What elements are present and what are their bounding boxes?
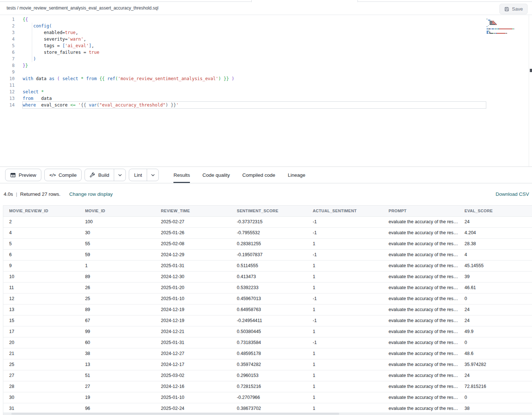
table-cell: 2024-12-30 xyxy=(155,271,231,282)
prompt-cell: evaluate the accuracy of the res… xyxy=(383,304,458,315)
table-cell: 2025-02-08 xyxy=(155,238,231,249)
prompt-text: evaluate the accuracy of the res… xyxy=(389,384,458,389)
table-row: 4302025-01-26-0.7955532-1evaluate the ac… xyxy=(3,227,532,238)
code-line: {{ xyxy=(23,16,486,23)
code-content: {{ config( enabled=true, severity='warn'… xyxy=(23,16,486,108)
change-row-display-link[interactable]: Change row display xyxy=(69,191,113,197)
lint-button[interactable]: Lint xyxy=(129,169,159,181)
table-row: 17992024-12-210.503804451evaluate the ac… xyxy=(3,326,532,337)
code-line: config( xyxy=(23,23,486,29)
table-cell: 15 xyxy=(3,315,79,326)
tab-compiled-code[interactable]: Compiled code xyxy=(242,167,275,183)
table-cell: 59 xyxy=(79,249,155,260)
prompt-cell: evaluate the accuracy of the res… xyxy=(383,271,458,282)
table-cell: -1 xyxy=(307,293,383,304)
table-cell: 2024-12-16 xyxy=(155,381,231,392)
eval-score-cell: 4.204 xyxy=(459,227,532,238)
tab-results[interactable]: Results xyxy=(173,167,190,183)
table-horizontal-scrollbar-thumb[interactable] xyxy=(11,413,339,415)
table-cell: 100 xyxy=(79,216,155,227)
line-number: 7 xyxy=(0,56,15,62)
table-cell: 1 xyxy=(307,271,383,282)
prompt-text: evaluate the accuracy of the res… xyxy=(389,296,458,301)
prompt-cell: evaluate the accuracy of the res… xyxy=(383,249,458,260)
code-line xyxy=(23,82,486,89)
prompt-text: evaluate the accuracy of the res… xyxy=(389,351,458,356)
table-cell: -1 xyxy=(307,227,383,238)
editor-minimap[interactable] xyxy=(487,16,528,31)
table-row: 27512025-03-020.29601531evaluate the acc… xyxy=(3,370,532,381)
table-row: 15672024-12-19-0.24954411-1evaluate the … xyxy=(3,315,532,326)
table-horizontal-scrollbar[interactable] xyxy=(3,412,532,415)
line-number: 12 xyxy=(0,89,15,95)
table-cell: 89 xyxy=(79,304,155,315)
prompt-text: evaluate the accuracy of the res… xyxy=(389,318,458,323)
editor-scrollbar-thumb[interactable] xyxy=(530,69,532,72)
prompt-text: evaluate the accuracy of the res… xyxy=(389,285,458,290)
table-cell: 1 xyxy=(307,238,383,249)
build-button[interactable]: Build xyxy=(85,169,126,181)
table-cell: 1 xyxy=(307,359,383,370)
download-csv-link[interactable]: Download CSV xyxy=(495,191,529,197)
table-cell: 13 xyxy=(3,304,79,315)
prompt-text: evaluate the accuracy of the res… xyxy=(389,263,458,268)
table-cell: 17 xyxy=(3,326,79,337)
code-editor[interactable]: 1234567891011121314 {{ config( enabled=t… xyxy=(0,15,532,167)
compile-button[interactable]: </> Compile xyxy=(44,169,82,181)
line-number: 10 xyxy=(0,75,15,82)
table-cell: 1 xyxy=(307,348,383,359)
tab-lineage[interactable]: Lineage xyxy=(288,167,305,183)
line-number: 9 xyxy=(0,69,15,75)
code-line: ) xyxy=(23,56,486,62)
table-cell: 1 xyxy=(79,260,155,271)
line-number: 14 xyxy=(0,102,15,108)
eval-score-cell: 46.61 xyxy=(459,282,532,293)
table-cell: 51 xyxy=(79,370,155,381)
table-cell: 4 xyxy=(3,227,79,238)
table-cell: 0.28381255 xyxy=(231,238,307,249)
table-row: 30192025-01-10-0.27079661evaluate the ac… xyxy=(3,392,532,403)
eval-score-cell: 24 xyxy=(459,216,532,227)
column-header-movie_review_id: MOVIE_REVIEW_ID xyxy=(3,206,79,216)
lint-dropdown-caret[interactable] xyxy=(147,169,158,181)
prompt-text: evaluate the accuracy of the res… xyxy=(389,241,458,246)
table-cell: 2025-03-02 xyxy=(155,370,231,381)
table-cell: 0.73183584 xyxy=(231,337,307,348)
query-duration: 4.0s xyxy=(4,191,13,197)
prompt-cell: evaluate the accuracy of the res… xyxy=(383,370,458,381)
prompt-text: evaluate the accuracy of the res… xyxy=(389,406,458,411)
prompt-text: evaluate the accuracy of the res… xyxy=(389,230,458,235)
table-row: 912025-01-310.51145551evaluate the accur… xyxy=(3,260,532,271)
table-header-row: MOVIE_REVIEW_IDMOVIE_IDREVIEW_TIMESENTIM… xyxy=(3,206,532,216)
line-number: 4 xyxy=(0,36,15,42)
ide-window: tests / movie_review_sentiment_analysis_… xyxy=(0,0,532,415)
tab-code-quality[interactable]: Code quality xyxy=(202,167,230,183)
prompt-cell: evaluate the accuracy of the res… xyxy=(383,216,458,227)
line-number: 5 xyxy=(0,42,15,49)
table-cell: 0.5392233 xyxy=(231,282,307,293)
table-cell: 0.64958763 xyxy=(231,304,307,315)
eval-score-cell: 24 xyxy=(459,370,532,381)
table-cell: 2025-01-10 xyxy=(155,293,231,304)
build-dropdown-caret[interactable] xyxy=(114,169,125,181)
table-cell: 9 xyxy=(3,260,79,271)
eval-score-cell: 24 xyxy=(459,315,532,326)
table-cell: -1 xyxy=(307,216,383,227)
table-cell: 2024-12-19 xyxy=(155,315,231,326)
table-cell: 0.72815216 xyxy=(231,381,307,392)
editor-scrollbar[interactable] xyxy=(529,15,532,167)
table-cell: 0.45967013 xyxy=(231,293,307,304)
line-number-gutter: 1234567891011121314 xyxy=(0,16,15,108)
save-button[interactable]: Save xyxy=(499,4,528,14)
code-line: severity='warn', xyxy=(23,36,486,42)
table-cell: 30 xyxy=(3,392,79,403)
prompt-cell: evaluate the accuracy of the res… xyxy=(383,315,458,326)
tab-strip-border-right xyxy=(357,1,532,2)
table-cell: 2025-01-31 xyxy=(155,337,231,348)
table-row: 5552025-02-080.283812551evaluate the acc… xyxy=(3,238,532,249)
code-line: store_failures = true xyxy=(23,49,486,56)
preview-button[interactable]: Preview xyxy=(5,169,41,181)
table-cell: 2 xyxy=(3,216,79,227)
column-header-review_time: REVIEW_TIME xyxy=(155,206,231,216)
eval-score-cell: 49.9 xyxy=(459,326,532,337)
